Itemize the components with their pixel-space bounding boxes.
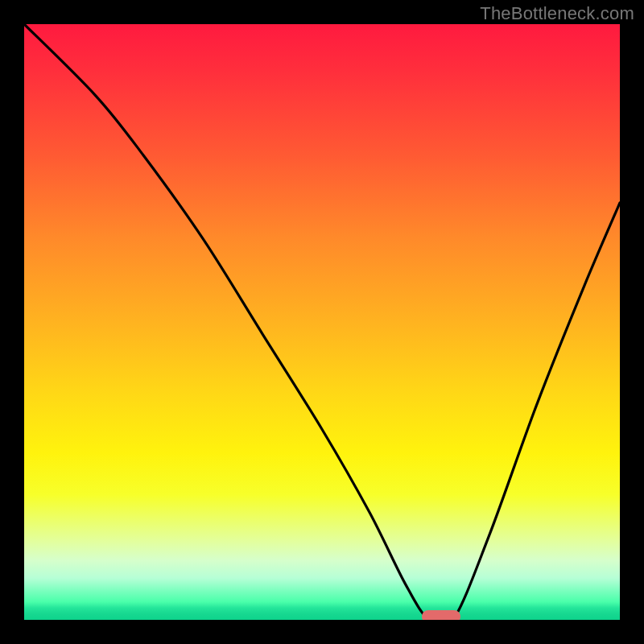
optimal-marker: [422, 610, 460, 620]
chart-frame: TheBottleneck.com: [0, 0, 644, 644]
bottleneck-curve: [24, 24, 620, 620]
plot-area: [24, 24, 620, 620]
curve-path: [24, 24, 620, 620]
watermark-text: TheBottleneck.com: [480, 3, 634, 24]
